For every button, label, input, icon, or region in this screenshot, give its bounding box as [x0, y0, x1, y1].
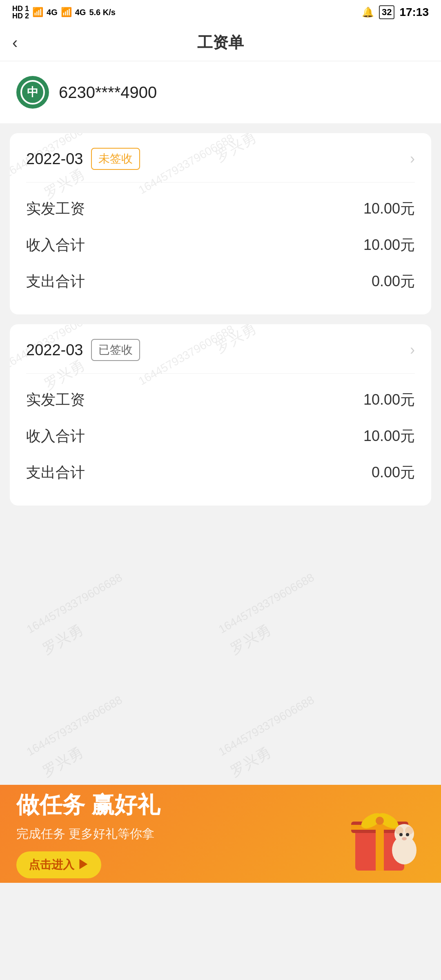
card-1-label-1: 收入合计 — [26, 235, 85, 255]
card-2-body: 实发工资 10.00元 收入合计 10.00元 支出合计 0.00元 — [10, 374, 431, 506]
card-1-arrow: › — [410, 150, 415, 167]
banner-button[interactable]: 点击进入 ▶ — [16, 851, 101, 878]
card-1-value-0: 10.00元 — [363, 199, 415, 219]
card-2-row-0: 实发工资 10.00元 — [26, 382, 415, 418]
gift-illustration — [335, 793, 425, 875]
banner-text-area: 做任务 赢好礼 完成任务 更多好礼等你拿 点击进入 ▶ — [16, 790, 335, 878]
card-2-label-1: 收入合计 — [26, 426, 85, 446]
signal-icon: 📶 — [32, 7, 43, 18]
card-1-row-2: 支出合计 0.00元 — [26, 263, 415, 300]
card-2-value-2: 0.00元 — [372, 463, 415, 483]
account-row: 中 6230****4900 — [0, 61, 441, 123]
navbar: ‹ 工资单 — [0, 24, 441, 61]
svg-point-6 — [376, 817, 384, 825]
svg-point-9 — [395, 826, 403, 835]
card-1-value-2: 0.00元 — [372, 272, 415, 292]
card-2-label-2: 支出合计 — [26, 463, 85, 483]
card-2-header: 2022-03 已签收 › — [10, 324, 431, 373]
back-button[interactable]: ‹ — [12, 33, 18, 52]
card-2-row-2: 支出合计 0.00元 — [26, 454, 415, 491]
card-2-badge: 已签收 — [91, 339, 140, 361]
status-bar: HD 1 HD 2 📶 4G 📶 4G 5.6 K/s 🔔 32 17:13 — [0, 0, 441, 24]
card-2-date: 2022-03 — [26, 341, 83, 359]
signal-label-2: 4G — [75, 8, 86, 17]
card-1-date: 2022-03 — [26, 150, 83, 168]
card-1-row-1: 收入合计 10.00元 — [26, 227, 415, 263]
network-speed: 5.6 K/s — [89, 8, 115, 17]
card-2-value-0: 10.00元 — [363, 390, 415, 410]
battery-indicator: 32 — [379, 5, 394, 19]
cards-container: 16445793379606688 16445793379606688 罗兴勇 … — [0, 133, 441, 506]
signal-label-1: 4G — [47, 8, 58, 17]
card-2-arrow: › — [410, 341, 415, 359]
svg-point-11 — [399, 833, 403, 836]
card-2-row-1: 收入合计 10.00元 — [26, 418, 415, 454]
card-2-value-1: 10.00元 — [363, 426, 415, 446]
svg-point-13 — [402, 837, 407, 840]
card-1-header: 2022-03 未签收 › — [10, 133, 431, 182]
card-1-badge: 未签收 — [91, 148, 140, 170]
banner-button-label: 点击进入 ▶ — [29, 857, 89, 873]
svg-point-12 — [406, 833, 409, 836]
bank-logo-inner: 中 — [20, 80, 45, 105]
card-1-label-0: 实发工资 — [26, 199, 85, 219]
bank-logo: 中 — [16, 76, 49, 109]
network-label: HD 1 HD 2 — [12, 5, 29, 20]
card-1-row-0: 实发工资 10.00元 — [26, 191, 415, 227]
signal-icon-2: 📶 — [61, 7, 72, 18]
card-2-label-0: 实发工资 — [26, 390, 85, 410]
time-label: 17:13 — [399, 6, 429, 19]
promotional-banner[interactable]: 做任务 赢好礼 完成任务 更多好礼等你拿 点击进入 ▶ — [0, 785, 441, 883]
card-1-body: 实发工资 10.00元 收入合计 10.00元 支出合计 0.00元 — [10, 183, 431, 314]
alarm-icon: 🔔 — [362, 7, 374, 18]
account-number: 6230****4900 — [59, 83, 157, 102]
salary-card-2[interactable]: 16445793379606688 16445793379606688 罗兴勇 … — [10, 324, 431, 506]
bank-logo-symbol: 中 — [27, 85, 38, 100]
card-1-value-1: 10.00元 — [363, 235, 415, 255]
banner-image — [335, 793, 425, 875]
banner-subtitle: 完成任务 更多好礼等你拿 — [16, 826, 335, 842]
salary-card-1[interactable]: 16445793379606688 16445793379606688 罗兴勇 … — [10, 133, 431, 314]
page-title: 工资单 — [197, 32, 244, 53]
svg-point-10 — [405, 826, 413, 835]
status-right: 🔔 32 17:13 — [362, 5, 429, 19]
card-1-label-2: 支出合计 — [26, 272, 85, 292]
banner-title: 做任务 赢好礼 — [16, 790, 335, 821]
status-left: HD 1 HD 2 📶 4G 📶 4G 5.6 K/s — [12, 5, 116, 20]
